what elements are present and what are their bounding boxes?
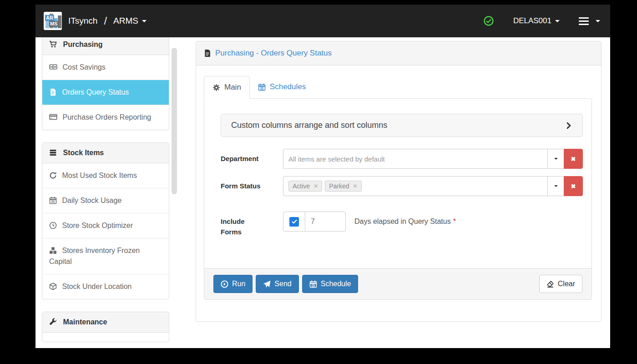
collapse-label: Custom columns arrange and sort columns	[231, 121, 387, 130]
box-icon	[49, 283, 57, 290]
clock-icon	[49, 222, 57, 229]
remove-tag-icon[interactable]	[313, 183, 318, 189]
custom-columns-collapse[interactable]: Custom columns arrange and sort columns	[221, 114, 583, 137]
sidebar-item-store-stock-optimizer[interactable]: Store Stock Optimizer	[42, 213, 169, 238]
wrench-icon	[49, 318, 57, 326]
form-status-clear-button[interactable]	[564, 176, 583, 196]
chevron-down-icon	[596, 20, 600, 22]
top-navbar: AR MS ITsynch / ARMS DELAS001	[35, 5, 610, 37]
file-text-icon	[49, 88, 57, 96]
form-status-label: Form Status	[221, 176, 265, 191]
department-label: Department	[221, 149, 265, 164]
chevron-down-icon	[554, 185, 558, 187]
tag-parked: Parked	[325, 181, 361, 192]
tab-bar: Main Schedules	[204, 76, 592, 98]
send-label: Send	[274, 280, 291, 288]
form-status-dropdown-button[interactable]	[547, 176, 564, 196]
include-forms-row: Include Forms	[221, 212, 583, 237]
check-icon	[291, 218, 298, 225]
clear-button[interactable]: Clear	[539, 275, 582, 293]
form-status-row: Form Status Active Parked	[221, 176, 583, 196]
sidebar-item-cost-savings[interactable]: Cost Savings	[42, 55, 169, 80]
run-button[interactable]: Run	[213, 275, 253, 293]
sidebar-header-purchasing: Purchasing	[42, 37, 169, 55]
arms-logo[interactable]: AR MS	[44, 12, 62, 30]
tab-schedules[interactable]: Schedules	[250, 76, 314, 98]
sidebar-item-most-used-stock-items[interactable]: Most Used Stock Items	[42, 163, 169, 188]
schedule-label: Schedule	[321, 280, 351, 288]
clear-label: Clear	[558, 280, 575, 288]
file-text-icon	[203, 49, 212, 57]
chevron-down-icon	[555, 20, 560, 22]
calendar-icon	[49, 197, 57, 204]
remove-tag-icon[interactable]	[353, 183, 358, 189]
action-footer: Run Send Schedule Clear	[204, 268, 592, 299]
department-input[interactable]	[288, 155, 542, 163]
sidebar-item-daily-stock-usage[interactable]: Daily Stock Usage	[42, 188, 169, 213]
stack-icon	[49, 149, 57, 157]
department-row: Department	[221, 149, 583, 169]
account-dropdown[interactable]: DELAS001	[513, 16, 560, 25]
form-status-select[interactable]: Active Parked	[283, 176, 547, 196]
sidebar-item-label: Purchase Orders Reporting	[62, 113, 151, 121]
include-forms-label: Include Forms	[221, 212, 265, 237]
check-circle-icon[interactable]	[483, 15, 494, 26]
department-select[interactable]	[283, 149, 547, 169]
paper-plane-icon	[263, 280, 271, 288]
sidebar-item-label: Stock Under Location	[62, 283, 131, 290]
sidebar-header-label: Stock Items	[63, 149, 104, 157]
tag-active: Active	[288, 181, 322, 192]
cubes-icon	[49, 247, 57, 254]
schedule-button[interactable]: Schedule	[302, 275, 359, 293]
chevron-right-icon	[565, 122, 572, 129]
main-panel: Purchasing - Orders Query Status Main Sc…	[196, 41, 602, 322]
sidebar: Purchasing Cost Savings Orders Query Sta…	[42, 37, 169, 348]
calendar-icon	[309, 280, 317, 288]
sidebar-header-label: Maintenance	[63, 318, 107, 326]
play-circle-icon	[221, 280, 228, 288]
tag-label: Parked	[329, 182, 349, 190]
gear-icon	[212, 84, 220, 91]
account-name: DELAS001	[513, 16, 551, 25]
include-forms-checkbox[interactable]	[289, 217, 299, 227]
sidebar-item-label: Daily Stock Usage	[62, 197, 121, 204]
sidebar-header-label: Purchasing	[63, 40, 102, 48]
hamburger-icon	[579, 17, 589, 25]
app-window: AR MS ITsynch / ARMS DELAS001	[35, 5, 610, 348]
logo-text-top: AR	[45, 15, 54, 21]
sidebar-item-stores-inventory-frozen-capital[interactable]: Stores Inventory Frozen Capital	[42, 238, 169, 274]
brand-itsynch[interactable]: ITsynch	[68, 16, 97, 26]
brand-arms-dropdown[interactable]: ARMS	[113, 16, 138, 26]
department-clear-button[interactable]	[564, 149, 583, 169]
required-asterisk: *	[453, 217, 456, 226]
tab-main[interactable]: Main	[204, 76, 250, 99]
run-label: Run	[232, 280, 245, 288]
breadcrumb: Purchasing - Orders Query Status	[196, 41, 601, 66]
sidebar-item-orders-query-status[interactable]: Orders Query Status	[42, 80, 169, 105]
tab-label: Main	[224, 83, 241, 92]
sidebar-item-purchase-orders-reporting[interactable]: Purchase Orders Reporting	[42, 105, 169, 130]
sidebar-item-stock-under-location[interactable]: Stock Under Location	[42, 274, 169, 299]
breadcrumb-link[interactable]: Purchasing - Orders Query Status	[215, 49, 332, 58]
sidebar-item-label: Most Used Stock Items	[62, 172, 137, 179]
menu-dropdown[interactable]	[579, 17, 600, 25]
send-button[interactable]: Send	[256, 275, 298, 293]
close-icon	[571, 155, 576, 163]
tab-label: Schedules	[270, 82, 306, 91]
eraser-icon	[546, 280, 554, 288]
brand-separator: /	[104, 15, 107, 27]
sidebar-scrollbar-thumb[interactable]	[172, 48, 177, 194]
sidebar-header-maintenance: Maintenance	[42, 312, 169, 333]
days-elapsed-input[interactable]	[311, 217, 340, 226]
sidebar-item-label: Orders Query Status	[62, 88, 129, 96]
cart-icon	[49, 40, 57, 48]
close-icon	[571, 182, 576, 190]
sidebar-item-label: Store Stock Optimizer	[62, 222, 133, 229]
money-icon	[49, 63, 57, 71]
sidebar-item-label: Cost Savings	[62, 63, 105, 71]
logo-text-bottom: MS	[49, 21, 59, 27]
sidebar-item-cutoff[interactable]	[42, 333, 169, 342]
department-dropdown-button[interactable]	[547, 149, 564, 169]
calendar-icon	[258, 83, 266, 91]
sidebar-header-stock-items: Stock Items	[42, 143, 169, 163]
